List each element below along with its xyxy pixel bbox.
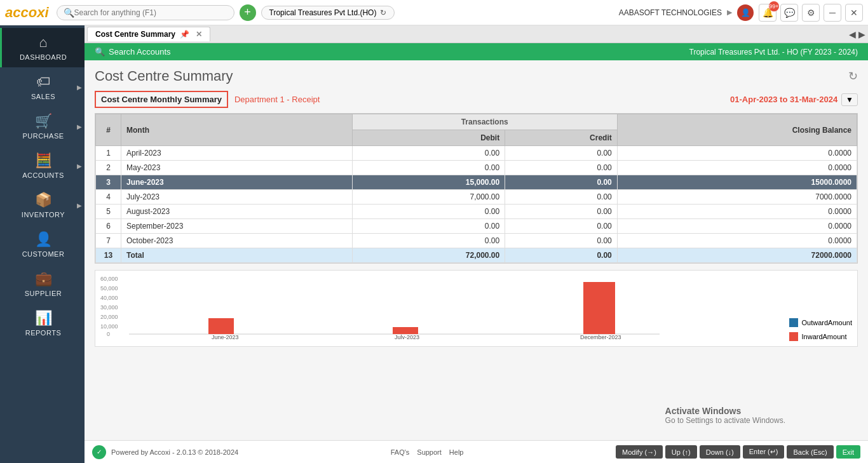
sidebar: ⌂ DASHBOARD 🏷 SALES ▶ 🛒 PURCHASE ▶ 🧮 ACC… bbox=[0, 25, 85, 463]
top-bar: accoxi 🔍 + Tropical Treasures Pvt Ltd.(H… bbox=[0, 0, 868, 25]
footer-buttons: Modify (→) Up (↑) Down (↓) Enter (↵) Bac… bbox=[616, 445, 860, 459]
footer: ✓ Powered by Accoxi - 2.0.13 © 2018-2024… bbox=[85, 440, 868, 463]
search-icon: 🔍 bbox=[64, 8, 74, 18]
sidebar-item-supplier[interactable]: 💼 SUPPLIER bbox=[0, 264, 85, 304]
chart-svg-area: 60,000 50,000 40,000 30,000 20,000 10,00… bbox=[100, 276, 776, 341]
tab-cost-centre-summary[interactable]: Cost Centre Summary 📌 ✕ bbox=[87, 27, 210, 41]
table-row[interactable]: 1 April-2023 0.00 0.00 0.0000 bbox=[96, 146, 857, 161]
support-link[interactable]: Support bbox=[417, 448, 442, 456]
add-button[interactable]: + bbox=[240, 4, 256, 21]
sidebar-label-sales: SALES bbox=[31, 93, 55, 100]
chart-area: 60,000 50,000 40,000 30,000 20,000 10,00… bbox=[95, 270, 858, 347]
table-row[interactable]: 2 May-2023 0.00 0.00 0.0000 bbox=[96, 161, 857, 175]
data-table: # Month Transactions Closing Balance Deb… bbox=[95, 114, 857, 263]
row-num: 3 bbox=[96, 175, 121, 190]
accounts-icon: 🧮 bbox=[35, 152, 52, 169]
row-num: 6 bbox=[96, 219, 121, 234]
sidebar-item-dashboard[interactable]: ⌂ DASHBOARD bbox=[0, 28, 85, 67]
table-row[interactable]: 4 July-2023 7,000.00 0.00 7000.0000 bbox=[96, 190, 857, 205]
bar-december-2023-inward bbox=[583, 282, 615, 334]
filter-button[interactable]: ▼ bbox=[841, 93, 858, 106]
back-button[interactable]: Back (Esc) bbox=[787, 445, 833, 459]
table-wrapper: # Month Transactions Closing Balance Deb… bbox=[95, 113, 858, 264]
row-num: 1 bbox=[96, 146, 121, 161]
settings-button[interactable]: ⚙ bbox=[802, 4, 820, 22]
total-label: Total bbox=[121, 248, 353, 263]
sidebar-item-purchase[interactable]: 🛒 PURCHASE ▶ bbox=[0, 107, 85, 146]
col-transactions-header: Transactions bbox=[352, 114, 617, 130]
row-credit: 0.00 bbox=[505, 219, 618, 234]
table-row[interactable]: 5 August-2023 0.00 0.00 0.0000 bbox=[96, 205, 857, 219]
minimize-button[interactable]: ─ bbox=[824, 4, 841, 22]
search-accounts-area[interactable]: 🔍 Search Accounts bbox=[95, 47, 171, 57]
row-num: 2 bbox=[96, 161, 121, 175]
tab-close-icon[interactable]: ✕ bbox=[196, 30, 202, 39]
table-row[interactable]: 6 September-2023 0.00 0.00 0.0000 bbox=[96, 219, 857, 234]
sidebar-item-reports[interactable]: 📊 REPORTS bbox=[0, 304, 85, 343]
chat-button[interactable]: 💬 bbox=[780, 4, 798, 22]
down-button[interactable]: Down (↓) bbox=[700, 445, 740, 459]
svg-text:60,000: 60,000 bbox=[100, 276, 118, 282]
sidebar-item-inventory[interactable]: 📦 INVENTORY ▶ bbox=[0, 185, 85, 225]
row-month: April-2023 bbox=[121, 146, 353, 161]
top-icons: 🔔 99+ 💬 ⚙ ─ ✕ bbox=[759, 4, 863, 22]
supplier-icon: 💼 bbox=[35, 271, 52, 287]
help-link[interactable]: Help bbox=[449, 448, 464, 456]
tab-nav-left[interactable]: ◀ bbox=[849, 29, 856, 39]
table-row[interactable]: 7 October-2023 0.00 0.00 0.0000 bbox=[96, 234, 857, 248]
svg-text:10,000: 10,000 bbox=[100, 323, 118, 330]
row-month: May-2023 bbox=[121, 161, 353, 175]
row-closing: 15000.0000 bbox=[617, 175, 857, 190]
notification-wrapper: 🔔 99+ bbox=[759, 4, 776, 22]
bar-june-2023-inward bbox=[208, 318, 234, 334]
sidebar-label-reports: REPORTS bbox=[25, 329, 61, 337]
main-layout: ⌂ DASHBOARD 🏷 SALES ▶ 🛒 PURCHASE ▶ 🧮 ACC… bbox=[0, 25, 868, 463]
page-refresh-button[interactable]: ↻ bbox=[848, 69, 858, 83]
sidebar-item-customer[interactable]: 👤 CUSTOMER bbox=[0, 225, 85, 264]
tab-bar-right: ◀ ▶ bbox=[849, 29, 865, 39]
content-area: Cost Centre Summary 📌 ✕ ◀ ▶ 🔍 Search Acc… bbox=[85, 25, 868, 463]
inventory-arrow: ▶ bbox=[77, 202, 82, 209]
row-credit: 0.00 bbox=[505, 234, 618, 248]
user-avatar[interactable]: 👤 bbox=[737, 4, 754, 21]
refresh-icon[interactable]: ↻ bbox=[380, 8, 386, 17]
search-input[interactable] bbox=[74, 8, 214, 17]
sidebar-label-inventory: INVENTORY bbox=[22, 211, 65, 218]
enter-button[interactable]: Enter (↵) bbox=[743, 445, 785, 459]
tab-bar: Cost Centre Summary 📌 ✕ ◀ ▶ bbox=[85, 25, 868, 43]
sidebar-item-sales[interactable]: 🏷 SALES ▶ bbox=[0, 67, 85, 107]
company-selector[interactable]: Tropical Treasures Pvt Ltd.(HO) ↻ bbox=[261, 6, 395, 20]
total-debit: 72,000.00 bbox=[352, 248, 505, 263]
col-closing-header: Closing Balance bbox=[617, 114, 857, 146]
bar-chart: 60,000 50,000 40,000 30,000 20,000 10,00… bbox=[100, 276, 672, 339]
search-box[interactable]: 🔍 bbox=[57, 5, 234, 20]
row-credit: 0.00 bbox=[505, 175, 618, 190]
company-name: Tropical Treasures Pvt Ltd.(HO) bbox=[269, 8, 377, 17]
row-closing: 0.0000 bbox=[617, 219, 857, 234]
total-row: 13 Total 72,000.00 0.00 72000.0000 bbox=[96, 248, 857, 263]
modify-button[interactable]: Modify (→) bbox=[616, 445, 663, 459]
total-num: 13 bbox=[96, 248, 121, 263]
monthly-summary-header: Cost Centre Monthly Summary Department 1… bbox=[95, 91, 858, 108]
tab-label: Cost Centre Summary bbox=[95, 30, 175, 39]
row-month: September-2023 bbox=[121, 219, 353, 234]
close-button[interactable]: ✕ bbox=[845, 4, 863, 22]
tab-nav-right[interactable]: ▶ bbox=[858, 29, 865, 39]
notification-badge: 99+ bbox=[769, 1, 779, 11]
exit-button[interactable]: Exit bbox=[836, 445, 860, 459]
up-button[interactable]: Up (↑) bbox=[665, 445, 697, 459]
row-credit: 0.00 bbox=[505, 161, 618, 175]
page-content: Cost Centre Summary ↻ Cost Centre Monthl… bbox=[85, 60, 868, 440]
pin-icon: 📌 bbox=[180, 30, 189, 39]
svg-text:0: 0 bbox=[107, 331, 110, 337]
monthly-summary-title: Cost Centre Monthly Summary bbox=[95, 91, 228, 108]
chart-legend: OutwardAmount InwardAmount bbox=[789, 305, 852, 341]
faq-link[interactable]: FAQ's bbox=[391, 448, 410, 456]
table-row[interactable]: 3 June-2023 15,000.00 0.00 15000.0000 bbox=[96, 175, 857, 190]
svg-text:June-2023: June-2023 bbox=[212, 334, 239, 339]
col-debit-header: Debit bbox=[352, 130, 505, 146]
sidebar-label-customer: CUSTOMER bbox=[22, 250, 65, 258]
header-left-group: Cost Centre Monthly Summary Department 1… bbox=[95, 91, 320, 108]
sidebar-item-accounts[interactable]: 🧮 ACCOUNTS ▶ bbox=[0, 146, 85, 185]
row-debit: 15,000.00 bbox=[352, 175, 505, 190]
